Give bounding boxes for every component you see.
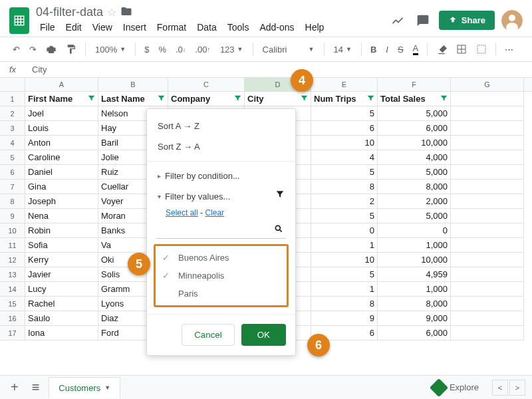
cell[interactable] [451, 121, 524, 136]
cell[interactable]: Anton [25, 136, 98, 150]
cell[interactable]: 4,000 [378, 150, 451, 165]
redo-icon[interactable]: ↷ [26, 43, 40, 57]
cell[interactable]: Caroline [25, 150, 98, 165]
row-header[interactable]: 11 [0, 238, 25, 253]
text-color-icon[interactable]: A [410, 41, 422, 57]
cell[interactable] [451, 165, 524, 180]
column-header-cell[interactable]: Company [168, 92, 245, 106]
undo-icon[interactable]: ↶ [9, 43, 23, 57]
zoom-select[interactable]: 100%▼ [91, 43, 130, 57]
menu-format[interactable]: Format [153, 19, 190, 35]
cell[interactable]: 8,000 [378, 180, 451, 194]
cell[interactable]: 10,000 [378, 253, 451, 267]
cell[interactable]: 4,959 [378, 267, 451, 282]
cell[interactable]: Daniel [25, 165, 98, 180]
cell[interactable]: 5,000 [378, 106, 451, 121]
cell[interactable]: 8 [311, 297, 378, 311]
italic-icon[interactable]: I [382, 43, 392, 57]
filter-search-input[interactable] [156, 223, 286, 239]
cell[interactable]: 1 [311, 282, 378, 297]
row-header[interactable]: 7 [0, 180, 25, 194]
col-header-f[interactable]: F [378, 78, 451, 91]
search-icon[interactable] [274, 224, 283, 235]
cell[interactable]: Kerry [25, 253, 98, 267]
row-header[interactable]: 8 [0, 194, 25, 209]
cell[interactable]: 6,000 [378, 121, 451, 136]
cell[interactable]: Gina [25, 180, 98, 194]
filter-value-item[interactable]: ✓Minneapolis [156, 267, 287, 285]
menu-edit[interactable]: Edit [62, 19, 86, 35]
more-toolbar-icon[interactable]: ⋯ [501, 43, 517, 57]
row-header[interactable]: 16 [0, 311, 25, 326]
sheets-app-icon[interactable] [9, 7, 29, 34]
menu-addons[interactable]: Add-ons [255, 19, 298, 35]
row-header[interactable]: 6 [0, 165, 25, 180]
comments-icon[interactable] [414, 11, 432, 30]
cell[interactable]: 5,000 [378, 165, 451, 180]
cell[interactable] [451, 209, 524, 223]
cell[interactable]: 10,000 [378, 136, 451, 150]
cell[interactable]: 1 [311, 238, 378, 253]
cell[interactable]: Iona [25, 326, 98, 340]
menu-file[interactable]: File [36, 19, 59, 35]
cell[interactable]: 4 [311, 150, 378, 165]
cell[interactable]: 5 [311, 209, 378, 223]
cell[interactable]: 0 [311, 223, 378, 238]
cell[interactable] [451, 311, 524, 326]
filter-by-values[interactable]: ▾Filter by values... [147, 186, 295, 207]
cell[interactable]: 10 [311, 136, 378, 150]
cell[interactable] [451, 150, 524, 165]
clear-link[interactable]: Clear [205, 208, 224, 217]
funnel-icon[interactable] [275, 190, 285, 201]
star-icon[interactable]: ☆ [107, 6, 116, 19]
column-header-cell[interactable]: Total Sales [378, 92, 451, 106]
cell[interactable]: Rachel [25, 297, 98, 311]
cell[interactable]: Javier [25, 267, 98, 282]
sort-az[interactable]: Sort A → Z [147, 116, 295, 136]
cell[interactable]: Robin [25, 223, 98, 238]
cell[interactable] [451, 136, 524, 150]
cell[interactable]: Saulo [25, 311, 98, 326]
cell[interactable]: Joseph [25, 194, 98, 209]
row-header[interactable]: 5 [0, 150, 25, 165]
cell[interactable] [451, 282, 524, 297]
cell[interactable]: 2 [311, 194, 378, 209]
menu-help[interactable]: Help [301, 19, 329, 35]
cell[interactable] [451, 238, 524, 253]
cell[interactable]: 5 [311, 267, 378, 282]
filter-icon[interactable] [440, 94, 448, 104]
bold-icon[interactable]: B [367, 43, 380, 57]
cell[interactable]: 6,000 [378, 326, 451, 340]
move-folder-icon[interactable] [120, 5, 132, 19]
share-button[interactable]: Share [439, 11, 495, 30]
document-title[interactable]: 04-filter-data [36, 5, 103, 19]
all-sheets-icon[interactable]: ≡ [28, 380, 44, 395]
explore-icon[interactable] [430, 378, 448, 396]
sort-za[interactable]: Sort Z → A [147, 136, 295, 157]
cell[interactable]: Louis [25, 121, 98, 136]
filter-icon[interactable] [233, 94, 242, 104]
nav-left-icon[interactable]: < [492, 380, 508, 396]
formula-value[interactable]: City [29, 65, 47, 74]
row-header[interactable]: 14 [0, 282, 25, 297]
cell[interactable] [451, 297, 524, 311]
cell[interactable]: 9,000 [378, 311, 451, 326]
menu-tools[interactable]: Tools [223, 19, 253, 35]
merge-icon[interactable] [473, 42, 490, 57]
percent-icon[interactable]: % [155, 43, 170, 57]
column-header-cell[interactable] [451, 92, 524, 106]
col-header-c[interactable]: C [168, 78, 245, 91]
cell[interactable]: 5,000 [378, 209, 451, 223]
cell[interactable]: 8 [311, 180, 378, 194]
row-header[interactable]: 4 [0, 136, 25, 150]
avatar[interactable] [501, 10, 523, 31]
borders-icon[interactable] [453, 42, 470, 57]
col-header-a[interactable]: A [25, 78, 98, 91]
more-formats[interactable]: 123▼ [216, 43, 247, 57]
cell[interactable] [451, 194, 524, 209]
explore-label[interactable]: Explore [450, 382, 479, 392]
row-header[interactable]: 2 [0, 106, 25, 121]
filter-icon[interactable] [157, 94, 166, 104]
row-header[interactable]: 17 [0, 326, 25, 340]
cell[interactable]: 1,000 [378, 282, 451, 297]
